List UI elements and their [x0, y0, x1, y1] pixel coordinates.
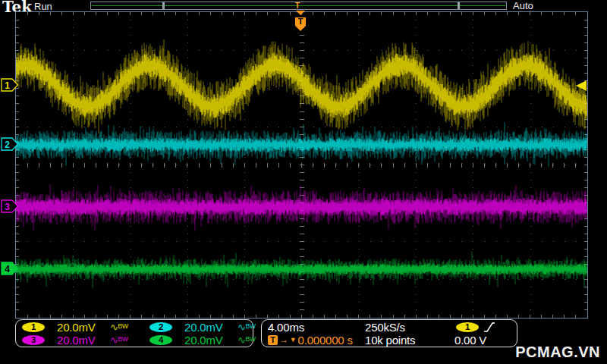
expansion-bracket-right: [458, 2, 460, 9]
record-trigger-t-icon: T: [295, 2, 300, 10]
channel-2-marker[interactable]: 2: [1, 137, 19, 151]
horizontal-trigger-box: 4.00ms 250kS/s 1 T → ▼ 0.000000 s 10k po…: [261, 319, 517, 347]
trigger-flag-label: T: [298, 17, 304, 26]
trigger-source-badge[interactable]: 1: [456, 322, 479, 332]
svg-text:3: 3: [5, 202, 10, 212]
svg-text:4: 4: [5, 264, 10, 275]
channel-3-badge[interactable]: 3: [22, 335, 45, 345]
record-length: 10k points: [365, 334, 454, 347]
channel-1-coupling-icon: ∿ᴮᵂ: [110, 322, 148, 333]
trigger-position-marker[interactable]: T: [294, 10, 307, 32]
channels-readout-box: 1 20.0mV ∿ᴮᵂ 2 20.0mV ∿ᴮᵂ 3 20.0mV ∿ᴮᵂ 4…: [15, 319, 253, 347]
channel-4-marker[interactable]: 4: [1, 262, 19, 275]
channel-3-coupling-icon: ∿ᴮᵂ: [110, 334, 148, 346]
trigger-position-readout[interactable]: T → ▼ 0.000000 s: [268, 334, 365, 347]
waveform-display: [16, 12, 587, 318]
channel-2-badge[interactable]: 2: [149, 322, 172, 332]
trigger-level-value[interactable]: 0.00 V: [454, 334, 512, 347]
watermark: PCMAG.VN: [515, 344, 600, 361]
channel-4-coupling-icon: ∿ᴮᵂ: [237, 334, 256, 346]
channel-4-scale[interactable]: 20.0mV: [184, 334, 237, 347]
time-per-div[interactable]: 4.00ms: [268, 321, 365, 334]
channel-1-marker[interactable]: 1: [1, 78, 19, 92]
record-view-bar[interactable]: T: [90, 2, 507, 10]
channel-1-scale[interactable]: 20.0mV: [57, 321, 110, 334]
down-triangle-icon: ▼: [290, 335, 297, 345]
rising-slope-icon: [483, 322, 495, 333]
channel-2-coupling-icon: ∿ᴮᵂ: [237, 322, 256, 333]
expansion-bracket-left: [162, 2, 165, 9]
trigger-t-icon: T: [268, 335, 278, 345]
sample-rate: 250kS/s: [365, 321, 454, 334]
channel-1-badge[interactable]: 1: [22, 322, 45, 332]
svg-text:2: 2: [5, 140, 10, 150]
acquisition-status: Run: [34, 1, 52, 12]
channel-2-scale[interactable]: 20.0mV: [184, 321, 237, 334]
trigger-mode-label[interactable]: Auto: [513, 0, 533, 11]
channel-3-marker[interactable]: 3: [1, 199, 19, 213]
channel-3-scale[interactable]: 20.0mV: [57, 334, 110, 347]
trigger-down-arrow-icon: [296, 11, 305, 15]
channel-4-badge[interactable]: 4: [149, 335, 172, 345]
right-arrow-icon: →: [279, 335, 288, 345]
trigger-position-value: 0.000000 s: [298, 334, 353, 347]
graticule-screen: [15, 11, 588, 318]
svg-text:1: 1: [5, 80, 10, 91]
